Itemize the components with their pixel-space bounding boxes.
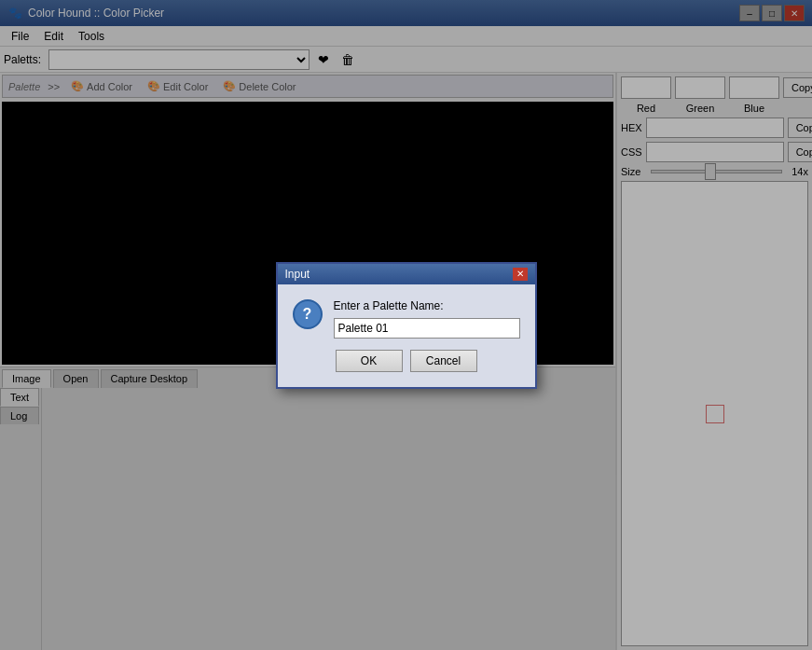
dialog-prompt: Enter a Palette Name:	[334, 299, 520, 312]
dialog-buttons: OK Cancel	[293, 350, 520, 372]
dialog-content: ? Enter a Palette Name:	[293, 299, 520, 339]
palette-name-input[interactable]	[334, 318, 520, 339]
dialog-title-bar: Input ✕	[278, 264, 535, 284]
modal-overlay: Input ✕ ? Enter a Palette Name: OK Cance…	[0, 0, 812, 650]
dialog-title: Input	[285, 268, 310, 281]
dialog-body: ? Enter a Palette Name: OK Cancel	[278, 284, 535, 387]
dialog-text-area: Enter a Palette Name:	[334, 299, 520, 339]
dialog-ok-button[interactable]: OK	[336, 350, 403, 372]
dialog-close-button[interactable]: ✕	[513, 268, 528, 281]
dialog-question-icon: ?	[293, 299, 323, 329]
dialog-cancel-button[interactable]: Cancel	[410, 350, 477, 372]
input-dialog: Input ✕ ? Enter a Palette Name: OK Cance…	[276, 262, 537, 389]
